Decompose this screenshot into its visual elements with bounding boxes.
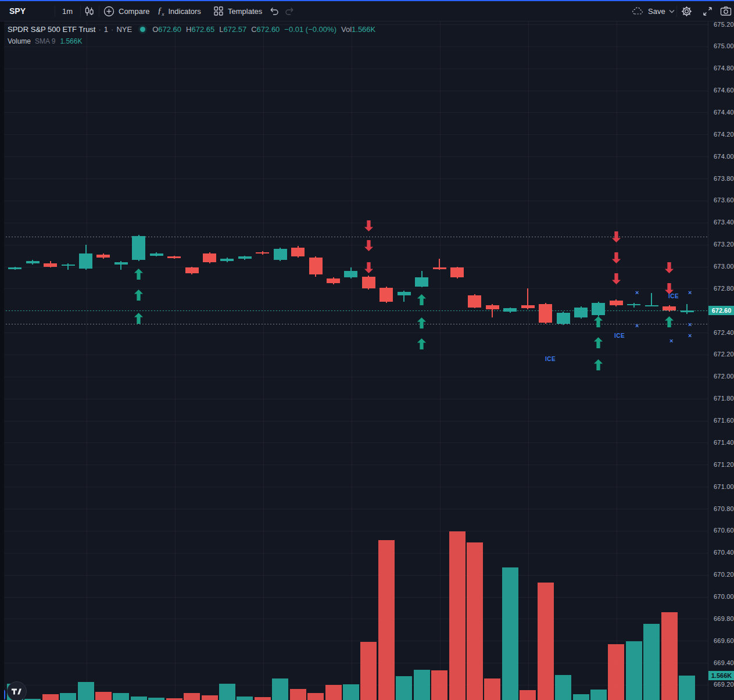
volume-bar [555,675,571,700]
candle [220,259,234,261]
price-axis-label: 673.20 [714,241,734,248]
chart-pane[interactable]: ICEICEICE×××××× SPDR S&P 500 ETF Trust ·… [0,21,708,700]
price-axis-label: 674.40 [714,109,734,116]
save-button[interactable]: Save [631,1,675,21]
volume-bar [431,670,447,700]
toolbar-divider [676,5,677,17]
volume-axis-badge: 1.566K [708,671,734,680]
candle [132,236,145,260]
volume-bar [219,684,235,700]
cancelled-order-x-mark: × [669,338,673,344]
sell-arrow-marker [611,273,621,284]
volume-bar [573,694,589,700]
grid-hline [0,663,708,663]
grid-hline [0,442,708,443]
price-axis[interactable]: 675.20675.00674.80674.60674.40674.20674.… [708,21,734,700]
price-axis-label: 673.40 [714,219,734,226]
volume-bar [378,540,395,700]
grid-hline [0,509,708,509]
ice-order-label: ICE [545,356,556,362]
grid-hline [0,421,708,422]
chevron-down-icon [669,9,675,13]
grid-hline [0,156,708,157]
price-axis-label: 669.40 [714,659,734,666]
candle [114,262,128,265]
screenshot-button[interactable] [720,1,732,21]
price-axis-label: 671.60 [714,417,734,424]
grid-hline [0,267,708,267]
compare-label: Compare [119,7,149,16]
candle [167,256,181,258]
grid-hline [0,91,708,91]
volume-sma-label: SMA 9 [35,37,55,45]
grid-hline [0,619,708,619]
volume-study-label: Volume [8,37,31,45]
price-axis-label: 672.40 [714,329,734,336]
undo-button[interactable] [269,1,280,21]
expand-icon [702,6,713,17]
grid-hline [0,597,708,598]
high-value: 672.65 [191,25,214,34]
candle [309,258,323,274]
grid-hline [0,641,708,641]
interval-label: 1m [62,7,73,16]
grid-vline [352,21,352,700]
volume-bar [608,644,624,700]
buy-arrow-marker [134,313,144,324]
redo-button[interactable] [284,1,295,21]
candle [96,255,110,258]
volume-bar [414,670,430,700]
volume-bar [626,641,642,700]
settings-button[interactable] [681,1,692,21]
price-axis-label: 673.80 [714,175,734,182]
open-letter: O [152,25,158,34]
grid-vline [263,21,264,700]
volume-bar [60,693,76,700]
candlestick-chart-icon [84,6,95,17]
candle [344,271,357,277]
chart-type-button[interactable] [84,1,95,21]
compare-button[interactable]: Compare [103,1,149,21]
high-letter: H [186,25,191,34]
volume-bar [679,676,695,700]
price-axis-label: 672.80 [714,285,734,292]
ice-order-label: ICE [614,333,625,339]
grid-vline [617,21,617,700]
interval-button[interactable]: 1m [62,1,73,21]
open-value: 672.60 [158,25,181,34]
undo-icon [269,6,280,16]
symbol-legend[interactable]: SPDR S&P 500 ETF Trust · 1 · NYE O672.60… [8,25,375,34]
symbol-button[interactable]: SPY [9,1,26,21]
sell-arrow-marker [611,231,621,242]
price-axis-label: 669.80 [714,615,734,622]
volume-bar [113,693,129,700]
tradingview-logo[interactable] [7,681,27,700]
templates-button[interactable]: Templates [213,1,262,21]
legend-title: SPDR S&P 500 ETF Trust [8,25,95,34]
candle [8,267,22,269]
buy-arrow-marker [417,317,427,328]
volume-study-legend[interactable]: Volume SMA 9 1.566K [8,37,82,45]
volume-bar [590,690,607,700]
volume-study-value: 1.566K [60,37,82,45]
buy-arrow-marker [664,316,674,327]
fullscreen-button[interactable] [702,1,713,21]
volume-bar [184,693,200,700]
candle-wick [651,293,652,306]
candle [274,249,287,260]
legend-exchange: NYE [116,25,132,34]
price-axis-label: 674.20 [714,131,734,138]
grid-hline [0,69,708,69]
top-toolbar: SPY 1m Compare ƒx Indica [0,1,734,22]
grid-vline [87,21,87,700]
volume-bar [307,693,324,700]
plus-circle-icon [103,6,114,17]
candle [415,277,428,286]
volume-bar [272,678,288,700]
grid-vline [528,21,529,700]
volume-bar [502,567,518,700]
sell-arrow-marker [364,262,374,273]
grid-hline [0,399,708,399]
candle [291,248,305,256]
indicators-button[interactable]: ƒx Indicators [157,1,201,21]
